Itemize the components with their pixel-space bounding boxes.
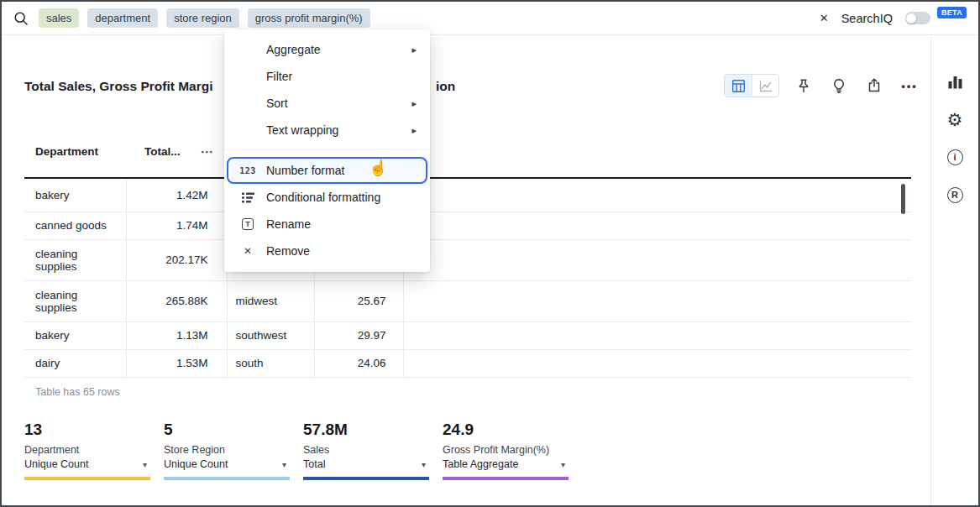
cell-total-sales: 1.13M — [126, 321, 227, 349]
menu-item-label: Aggregate — [266, 43, 321, 56]
chevron-down-icon: ▾ — [282, 460, 286, 469]
card-aggregation-dropdown[interactable]: Total ▾ — [303, 458, 429, 470]
pin-button[interactable] — [793, 75, 815, 97]
menu-item-label: Conditional formatting — [266, 191, 380, 204]
search-token-list: sales department store region gross prof… — [39, 8, 370, 28]
column-header-total-sales[interactable]: Total... ⋯ — [126, 126, 227, 178]
menu-item-label: Text wrapping — [266, 123, 338, 137]
cell-department: bakery — [24, 178, 126, 212]
column-header-filler — [403, 126, 911, 178]
results-table: Department Total... ⋯ — [24, 126, 911, 378]
cell-total-sales: 202.17K — [126, 239, 227, 280]
app-window: sales department store region gross prof… — [0, 0, 980, 507]
remove-icon: ✕ — [240, 245, 255, 257]
searchiq-label: SearchIQ — [841, 12, 893, 25]
searchiq-toggle[interactable] — [905, 12, 930, 24]
cell-filler — [403, 212, 911, 239]
column-menu-icon[interactable]: ⋯ — [201, 144, 214, 159]
search-bar: sales department store region gross prof… — [2, 2, 978, 35]
menu-item-label: Remove — [266, 244, 310, 258]
search-token-department[interactable]: department — [87, 8, 158, 28]
summary-card-store-region: 5 Store Region Unique Count ▾ — [164, 421, 290, 480]
menu-item-remove[interactable]: ✕ Remove — [224, 238, 430, 264]
rename-icon: T — [240, 218, 255, 230]
menu-item-filter[interactable]: Filter — [224, 63, 430, 90]
submenu-arrow-icon: ▸ — [411, 125, 417, 136]
menu-item-number-format[interactable]: 123 Number format — [227, 157, 427, 184]
table-scrollbar-thumb[interactable] — [901, 184, 905, 214]
menu-item-conditional-formatting[interactable]: Conditional formatting — [224, 184, 430, 211]
cell-total-sales: 1.42M — [126, 178, 227, 212]
card-aggregation-label: Unique Count — [24, 458, 88, 470]
answer-title-fragment: ion — [436, 79, 455, 94]
table-row: dairy 1.53M south 24.06 — [24, 349, 911, 377]
cell-total-sales: 1.53M — [126, 349, 227, 377]
menu-item-label: Sort — [266, 97, 288, 110]
summary-card-gross-profit-margin: 24.9 Gross Profit Margin(%) Table Aggreg… — [443, 421, 569, 480]
info-button[interactable]: i — [945, 147, 965, 167]
card-aggregation-dropdown[interactable]: Unique Count ▾ — [164, 458, 290, 470]
menu-item-text-wrapping[interactable]: Text wrapping ▸ — [224, 117, 430, 144]
table-row: cleaning supplies 202.17K — [24, 239, 911, 280]
info-icon: i — [947, 149, 963, 165]
insights-button[interactable] — [828, 75, 850, 97]
submenu-arrow-icon: ▸ — [411, 98, 417, 109]
card-value: 5 — [164, 421, 290, 439]
card-name: Store Region — [164, 444, 290, 456]
conditional-formatting-icon — [240, 192, 255, 203]
answer-toolbar: ••• — [724, 74, 920, 97]
card-aggregation-dropdown[interactable]: Unique Count ▾ — [24, 458, 150, 470]
share-button[interactable] — [863, 75, 885, 97]
cell-total-sales: 265.88K — [126, 280, 227, 321]
menu-item-label: Filter — [266, 70, 292, 83]
search-token-gross-profit-margin[interactable]: gross profit margin(%) — [248, 8, 370, 28]
cell-department: dairy — [24, 349, 126, 377]
card-aggregation-label: Total — [303, 458, 325, 470]
toggle-knob — [906, 13, 916, 24]
chevron-down-icon: ▾ — [143, 460, 147, 469]
more-options-button[interactable]: ••• — [899, 75, 920, 97]
chart-icon — [759, 80, 773, 92]
summary-card-sales: 57.8M Sales Total ▾ — [303, 421, 429, 480]
r-analysis-button[interactable]: R — [945, 185, 965, 205]
clear-search-icon[interactable]: ✕ — [820, 12, 829, 24]
cell-department: cleaning supplies — [24, 239, 126, 280]
column-header-department[interactable]: Department — [24, 126, 126, 178]
search-token-store-region[interactable]: store region — [166, 8, 239, 28]
card-name: Gross Profit Margin(%) — [443, 444, 569, 456]
r-icon: R — [947, 187, 963, 203]
table-row: bakery 1.13M southwest 29.97 — [24, 321, 911, 349]
table-row: canned goods 1.74M — [24, 212, 911, 239]
card-value: 24.9 — [443, 421, 569, 439]
summary-cards: 13 Department Unique Count ▾ 5 Store Reg… — [24, 421, 569, 480]
cell-filler — [403, 280, 911, 321]
chevron-down-icon: ▾ — [422, 460, 426, 469]
column-header-label: Total... — [144, 145, 181, 158]
cell-filler — [403, 349, 911, 377]
number-format-icon: 123 — [240, 166, 255, 175]
settings-button[interactable]: ⚙ — [945, 109, 965, 129]
card-name: Sales — [303, 444, 429, 456]
card-aggregation-dropdown[interactable]: Table Aggregate ▾ — [443, 458, 569, 470]
cell-total-sales: 1.74M — [126, 212, 227, 239]
table-view-button[interactable] — [725, 75, 752, 97]
menu-item-label: Number format — [266, 164, 344, 177]
chart-view-button[interactable] — [752, 75, 778, 97]
bar-chart-icon — [947, 74, 963, 90]
menu-item-rename[interactable]: T Rename — [224, 211, 430, 238]
chart-config-button[interactable] — [945, 71, 965, 91]
column-context-menu: Aggregate ▸ Filter Sort ▸ Text wrapping … — [224, 29, 430, 272]
search-token-sales[interactable]: sales — [39, 8, 79, 28]
beta-badge: BETA — [937, 7, 967, 18]
cell-department: bakery — [24, 321, 126, 349]
submenu-arrow-icon: ▸ — [411, 44, 417, 55]
cell-department: canned goods — [24, 212, 126, 239]
menu-item-sort[interactable]: Sort ▸ — [224, 90, 430, 117]
menu-item-aggregate[interactable]: Aggregate ▸ — [224, 36, 430, 63]
table-icon — [732, 80, 745, 92]
cell-gpm: 24.06 — [314, 349, 403, 377]
card-aggregation-label: Table Aggregate — [443, 458, 518, 470]
menu-item-label: Rename — [266, 217, 311, 231]
row-count-label: Table has 65 rows — [35, 386, 120, 398]
pin-icon — [796, 78, 811, 94]
